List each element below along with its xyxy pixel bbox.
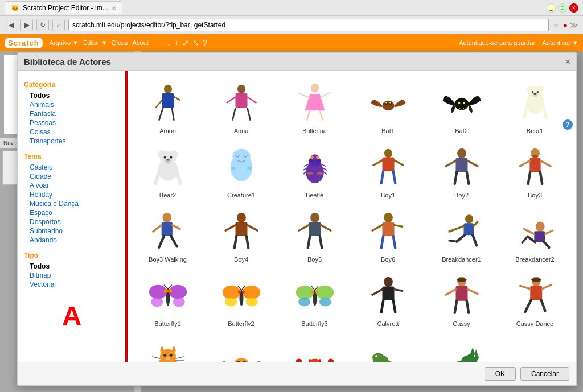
sprite-item-boy2[interactable]: Boy2 <box>426 141 497 203</box>
sprite-item-boy6[interactable]: Boy6 <box>352 205 424 267</box>
sprite-item-boy5[interactable]: Boy5 <box>279 205 350 267</box>
menu-about[interactable]: About <box>132 39 149 46</box>
svg-line-118 <box>474 222 478 226</box>
svg-line-106 <box>321 225 331 231</box>
sprite-item-beetle[interactable]: Beetle <box>279 141 350 203</box>
svg-point-151 <box>315 290 318 293</box>
toolbar-icon-shrink[interactable]: ⤡ <box>192 38 199 47</box>
cancel-button[interactable]: Cancelar <box>520 367 569 381</box>
tipo-label: Tipo <box>24 251 120 259</box>
toolbar-icon-add[interactable]: + <box>174 38 179 47</box>
svg-rect-96 <box>235 222 247 236</box>
menu-editar[interactable]: Editar ▼ <box>83 39 108 46</box>
address-bar[interactable] <box>68 19 549 31</box>
toolbar-icon-download[interactable]: ↓ <box>167 38 171 47</box>
svg-line-84 <box>540 172 542 184</box>
sprites-grid: Amon <box>132 76 570 362</box>
sidebar-item-fantasia[interactable]: Fantasia <box>24 109 120 118</box>
sprite-item-breakdancer2[interactable]: Breakdancer2 <box>499 205 570 267</box>
sidebar-item-cidade[interactable]: Cidade <box>24 172 120 181</box>
sidebar-item-castelo[interactable]: Castelo <box>24 163 120 172</box>
sprite-item-cassy-dance[interactable]: Cassy Dance <box>499 269 570 331</box>
sprite-name-boy2: Boy2 <box>454 192 469 199</box>
sprite-name-butterfly2: Butterfly2 <box>228 320 254 327</box>
browser-tab[interactable]: 🐱 Scratch Project Editor - Im... ✕ <box>5 1 122 14</box>
sprite-name-anna: Anna <box>234 127 249 134</box>
sprite-item-dino1[interactable]: Dinosaur1 <box>352 333 424 362</box>
svg-line-110 <box>393 236 395 248</box>
svg-point-218 <box>474 354 476 357</box>
sprite-item-cassy[interactable]: Cassy <box>426 269 497 331</box>
sidebar-item-pessoas[interactable]: Pessoas <box>24 118 120 127</box>
sidebar-item-avoar[interactable]: A voar <box>24 181 120 190</box>
maximize-button[interactable]: □ <box>558 3 567 13</box>
svg-point-210 <box>372 353 384 362</box>
sprite-name-bear2: Bear2 <box>159 192 176 199</box>
sprite-item-bear2[interactable]: Bear2 <box>132 141 203 203</box>
refresh-button[interactable]: ↻ <box>36 19 49 31</box>
sprite-item-boy3-walking[interactable]: Boy3 Walking <box>132 205 203 267</box>
sprite-item-ballerina[interactable]: Ballerina <box>279 76 350 138</box>
main-area: Nov... Biblioteca de Actores × Categoria… <box>0 51 583 392</box>
back-button[interactable]: ◀ <box>5 19 17 31</box>
toolbar-icon-expand[interactable]: ⤢ <box>182 38 189 47</box>
sprite-item-amon[interactable]: Amon <box>132 76 203 138</box>
sprite-item-butterfly3[interactable]: Butterfly3 <box>279 269 350 331</box>
svg-line-125 <box>545 230 552 234</box>
svg-line-124 <box>524 229 534 234</box>
tab-close-icon[interactable]: ✕ <box>112 5 116 11</box>
svg-point-178 <box>163 354 166 357</box>
sprite-item-crab[interactable]: Crab <box>279 333 350 362</box>
sprite-item-butterfly2[interactable]: Butterfly2 <box>206 269 277 331</box>
sidebar-item-bitmap[interactable]: Bitmap <box>24 271 120 280</box>
sprite-item-butterfly1[interactable]: Butterfly1 <box>132 269 203 331</box>
svg-point-53 <box>247 167 252 170</box>
star-button[interactable]: ★ <box>552 20 560 30</box>
sidebar-item-animais[interactable]: Animais <box>24 100 120 109</box>
toolbar-icon-help[interactable]: ? <box>203 38 207 47</box>
sprite-item-boy3[interactable]: Boy3 <box>499 141 570 203</box>
svg-point-24 <box>458 102 460 104</box>
library-footer: OK Cancelar <box>18 362 576 385</box>
home-button[interactable]: ⌂ <box>52 19 65 31</box>
sidebar-item-submarino[interactable]: Submarino <box>24 226 120 236</box>
ok-button[interactable]: OK <box>485 367 516 381</box>
sprite-item-bat2[interactable]: Bat2 <box>426 76 497 138</box>
sprite-item-boy1[interactable]: Boy1 <box>352 141 424 203</box>
svg-point-130 <box>151 297 163 307</box>
auth-button[interactable]: Autenticar ▼ <box>543 39 578 46</box>
sprite-item-dino2[interactable]: Dinosaur2 <box>426 333 497 362</box>
sidebar-item-transportes[interactable]: Transportes <box>24 137 120 146</box>
sidebar-item-coisas[interactable]: Coisas <box>24 127 120 137</box>
sidebar-item-vectorial[interactable]: Vectorial <box>24 280 120 289</box>
sidebar-item-andando[interactable]: Andando <box>24 236 120 245</box>
menu-dicas[interactable]: Dicas <box>112 39 128 46</box>
sidebar-item-todos-categoria[interactable]: Todos <box>24 91 120 100</box>
minimize-button[interactable]: _ <box>547 3 556 13</box>
categoria-label: Categoria <box>24 81 120 89</box>
sidebar-item-holiday[interactable]: Holiday <box>24 190 120 199</box>
close-button[interactable]: ✕ <box>569 3 578 13</box>
sidebar-item-todos-tipo[interactable]: Todos <box>24 262 120 271</box>
extensions-icon[interactable]: ≫ <box>570 20 578 30</box>
sidebar-item-desportos[interactable]: Desportos <box>24 217 120 226</box>
sprite-item-cat[interactable]: Cat <box>132 333 203 362</box>
svg-line-170 <box>541 300 545 311</box>
sprite-item-bat1[interactable]: Bat1 <box>352 76 424 138</box>
menu-arquivo[interactable]: Arquivo ▼ <box>50 39 79 46</box>
forward-button[interactable]: ▶ <box>20 19 33 31</box>
svg-line-97 <box>234 236 236 248</box>
sprite-item-calvrett[interactable]: Calvrett <box>352 269 424 331</box>
sprite-item-anna[interactable]: Anna <box>206 76 277 138</box>
library-close-button[interactable]: × <box>565 57 570 67</box>
tab-title: Scratch Project Editor - Im... <box>23 4 108 12</box>
help-icon[interactable]: ? <box>563 119 573 130</box>
sprite-item-breakdancer1[interactable]: Breakdancer1 <box>426 205 497 267</box>
sprite-name-amon: Amon <box>159 127 176 134</box>
sprite-item-bear1[interactable]: Bear1 <box>499 76 570 138</box>
sidebar-item-espaco[interactable]: Espaço <box>24 208 120 217</box>
sprite-item-boy4[interactable]: Boy4 <box>206 205 277 267</box>
sprite-item-cheesy[interactable]: Cheesy <box>206 333 277 362</box>
sprite-item-creature1[interactable]: Creature1 <box>206 141 277 203</box>
sidebar-item-musica[interactable]: Música e Dança <box>24 199 120 208</box>
